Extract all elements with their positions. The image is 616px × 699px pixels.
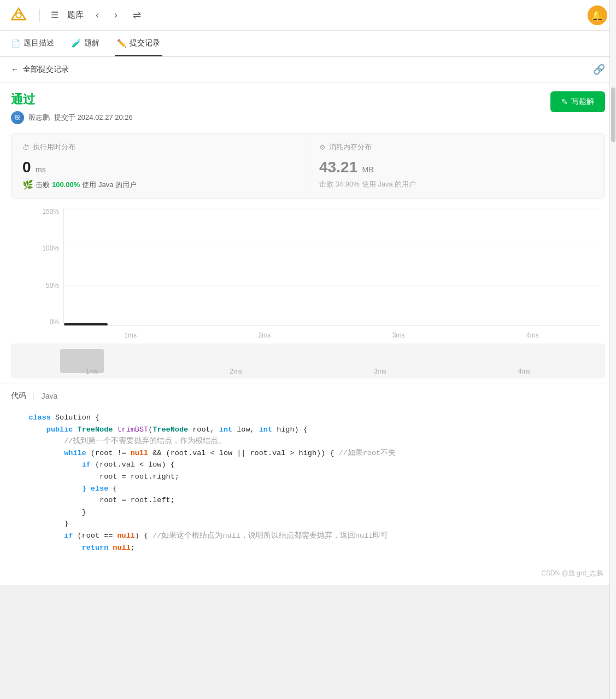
back-button[interactable]: ← 全部提交记录 (11, 65, 69, 74)
memory-stat-card: ⚙ 消耗内存分布 43.21 MB 击败 34.90% 使用 Java 的用户 (308, 133, 605, 199)
result-status: 通过 (11, 91, 133, 108)
description-icon: 📄 (11, 39, 20, 48)
tab-submissions[interactable]: ✏️ 提交记录 (115, 31, 162, 56)
memory-value: 43.21 (319, 159, 357, 176)
code-line-6: root = root.right; (11, 471, 605, 483)
beat-emoji: 🌿 (22, 179, 33, 190)
time-icon: ⏱ (22, 143, 30, 152)
y-label-0: 0% (50, 318, 59, 326)
beat-suffix: 使用 Java 的用户 (82, 180, 137, 190)
scroll-x-label-2ms: 2ms (230, 368, 242, 375)
write-solution-button[interactable]: ✎ 写题解 (550, 91, 605, 112)
beat-percent: 100.00% (52, 180, 80, 189)
nav-divider (39, 9, 40, 22)
time-stat-card: ⏱ 执行用时分布 0 ms 🌿 击败 100.00% 使用 Java 的用户 (11, 133, 308, 199)
memory-unit: MB (362, 165, 374, 174)
chart-container: 150% 100% 50% 0% 1ms 2ms 3ms 4ms (11, 208, 605, 339)
next-problem-button[interactable]: › (111, 7, 121, 23)
scroll-x-label-3ms: 3ms (374, 368, 386, 375)
avatar: 殷 (11, 111, 24, 124)
code-line-8: root = root.left; (11, 494, 605, 506)
code-label: 代码 (11, 391, 26, 401)
stats-row: ⏱ 执行用时分布 0 ms 🌿 击败 100.00% 使用 Java 的用户 ⚙… (11, 133, 605, 199)
code-block[interactable]: class Solution { public TreeNode trimBST… (0, 405, 616, 564)
code-line-12: return null; (11, 542, 605, 554)
random-problem-button[interactable]: ⇌ (130, 7, 144, 24)
back-bar: ← 全部提交记录 🔗 (0, 57, 616, 83)
y-label-150: 150% (42, 208, 59, 215)
x-label-2ms: 2ms (259, 331, 271, 339)
memory-icon: ⚙ (319, 143, 326, 152)
main-content: ← 全部提交记录 🔗 通过 殷 殷志鹏 提交于 2024.02.27 20:26… (0, 57, 616, 585)
top-nav: ☰ 题库 ‹ › ⇌ 🔔 (0, 0, 616, 31)
code-line-11: if (root == null) { //如果这个根结点为null，说明所以结… (11, 530, 605, 542)
code-lang: Java (42, 392, 58, 400)
chart-scroll-area[interactable]: 1ms 2ms 3ms 4ms (11, 343, 605, 378)
memory-beat-suffix: 使用 Java 的用户 (362, 179, 416, 189)
beat-label: 击败 (36, 180, 50, 190)
submitted-at: 提交于 2024.02.27 20:26 (54, 113, 133, 123)
tab-description[interactable]: 📄 题目描述 (9, 31, 56, 56)
problem-bank-button[interactable]: 题库 (67, 10, 84, 20)
notification-icon[interactable]: 🔔 (588, 5, 607, 25)
x-label-4ms: 4ms (526, 331, 539, 339)
menu-icon: ☰ (51, 10, 58, 20)
back-arrow-icon: ← (11, 65, 19, 74)
prev-problem-button[interactable]: ‹ (92, 7, 102, 23)
code-line-9: } (11, 506, 605, 519)
submissions-icon: ✏️ (117, 39, 126, 48)
status-section: 通过 殷 殷志鹏 提交于 2024.02.27 20:26 ✎ 写题解 (0, 83, 616, 133)
code-line-7: } else { (11, 483, 605, 495)
x-label-1ms: 1ms (124, 331, 137, 339)
time-unit: ms (36, 165, 46, 174)
write-icon: ✎ (561, 97, 568, 106)
code-line-10: } (11, 518, 605, 530)
tab-bar: 📄 题目描述 🧪 题解 ✏️ 提交记录 (0, 31, 616, 57)
code-line-2: public TreeNode trimBST(TreeNode root, i… (11, 424, 605, 436)
link-icon[interactable]: 🔗 (593, 63, 605, 75)
submitted-by: 殷志鹏 (28, 113, 50, 123)
scroll-x-label-4ms: 4ms (518, 368, 531, 375)
page-scrollbar[interactable] (609, 0, 616, 699)
x-label-3ms: 3ms (392, 331, 405, 339)
scrollbar-thumb[interactable] (611, 88, 615, 142)
code-line-4: while (root != null && (root.val < low |… (11, 447, 605, 459)
svg-point-1 (16, 13, 21, 18)
code-line-5: if (root.val < low) { (11, 459, 605, 471)
code-line-3: //找到第一个不需要抛弃的结点，作为根结点。 (11, 435, 605, 447)
code-line-1: class Solution { (11, 412, 605, 424)
y-label-100: 100% (42, 244, 59, 252)
chart-marker (64, 323, 108, 325)
time-value: 0 (22, 159, 31, 176)
code-header: 代码 | Java (0, 383, 616, 405)
scroll-x-label-1ms: 1ms (86, 368, 98, 375)
solution-icon: 🧪 (72, 39, 81, 48)
logo[interactable] (9, 5, 28, 25)
y-label-50: 50% (46, 282, 59, 289)
tab-solution[interactable]: 🧪 题解 (69, 31, 102, 56)
footer-watermark: CSDN @殷 grd_志鹏 (0, 564, 616, 585)
memory-beat-label: 击败 34.90% (319, 179, 360, 189)
